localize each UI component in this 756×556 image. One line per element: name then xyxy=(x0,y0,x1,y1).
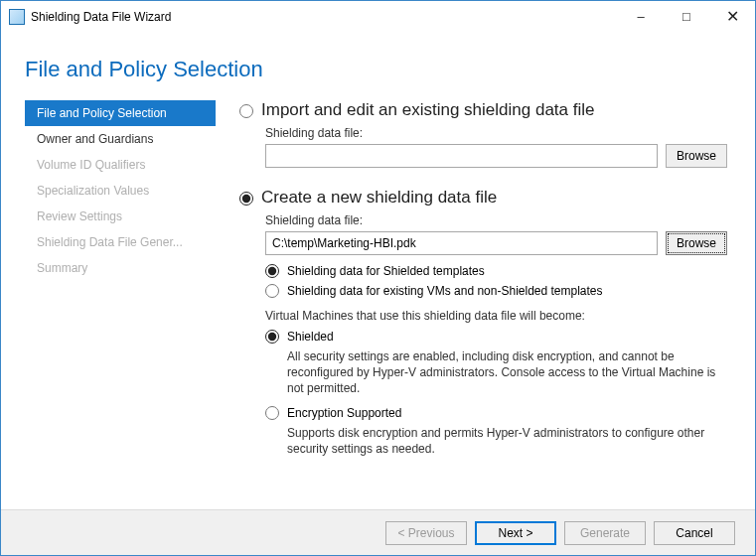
sidebar-item-volume-id: Volume ID Qualifiers xyxy=(25,152,216,178)
shielded-templates-label: Shielding data for Shielded templates xyxy=(287,263,485,279)
create-file-input[interactable] xyxy=(265,231,658,255)
create-mode-radio[interactable] xyxy=(239,192,253,206)
titlebar: Shielding Data File Wizard – □ ✕ xyxy=(1,1,755,33)
create-browse-button[interactable]: Browse xyxy=(666,231,727,255)
create-file-label: Shielding data file: xyxy=(265,213,727,227)
page-title: File and Policy Selection xyxy=(25,57,731,82)
wizard-footer: < Previous Next > Generate Cancel xyxy=(1,509,755,555)
import-browse-button[interactable]: Browse xyxy=(666,144,727,168)
create-heading: Create a new shielding data file xyxy=(261,188,497,208)
cancel-button[interactable]: Cancel xyxy=(654,521,735,545)
close-button[interactable]: ✕ xyxy=(709,1,755,33)
maximize-button[interactable]: □ xyxy=(664,1,709,33)
sidebar-item-owner-guardians[interactable]: Owner and Guardians xyxy=(25,126,216,152)
policy-encryption-desc: Supports disk encryption and permits Hyp… xyxy=(287,425,727,457)
sidebar-item-summary: Summary xyxy=(25,255,216,281)
minimize-button[interactable]: – xyxy=(618,1,664,33)
import-group: Import and edit an existing shielding da… xyxy=(239,100,727,168)
sidebar-item-review: Review Settings xyxy=(25,204,216,229)
window-title: Shielding Data File Wizard xyxy=(31,10,171,24)
generate-button: Generate xyxy=(564,521,646,545)
previous-button: < Previous xyxy=(385,521,467,545)
policy-encryption-radio[interactable] xyxy=(265,406,279,420)
shielded-templates-radio[interactable] xyxy=(265,264,279,278)
existing-vms-label: Shielding data for existing VMs and non-… xyxy=(287,283,603,299)
import-file-label: Shielding data file: xyxy=(265,126,727,140)
import-heading: Import and edit an existing shielding da… xyxy=(261,100,594,120)
sidebar-item-specialization: Specialization Values xyxy=(25,178,216,204)
policy-encryption-label: Encryption Supported xyxy=(287,405,401,421)
policy-shielded-desc: All security settings are enabled, inclu… xyxy=(287,348,727,397)
sidebar-item-file-policy[interactable]: File and Policy Selection xyxy=(25,100,216,126)
import-file-input[interactable] xyxy=(265,144,658,168)
create-group: Create a new shielding data file Shieldi… xyxy=(239,188,727,457)
content-area: File and Policy Selection File and Polic… xyxy=(1,33,755,509)
policy-shielded-radio[interactable] xyxy=(265,330,279,344)
policy-shielded-label: Shielded xyxy=(287,329,334,345)
main-panel: Import and edit an existing shielding da… xyxy=(216,100,731,503)
wizard-steps-sidebar: File and Policy Selection Owner and Guar… xyxy=(25,100,216,503)
vm-become-note: Virtual Machines that use this shielding… xyxy=(265,309,727,323)
sidebar-item-generation: Shielding Data File Gener... xyxy=(25,229,216,255)
import-mode-radio[interactable] xyxy=(239,104,253,118)
next-button[interactable]: Next > xyxy=(475,521,556,545)
app-icon xyxy=(9,9,25,25)
existing-vms-radio[interactable] xyxy=(265,284,279,298)
